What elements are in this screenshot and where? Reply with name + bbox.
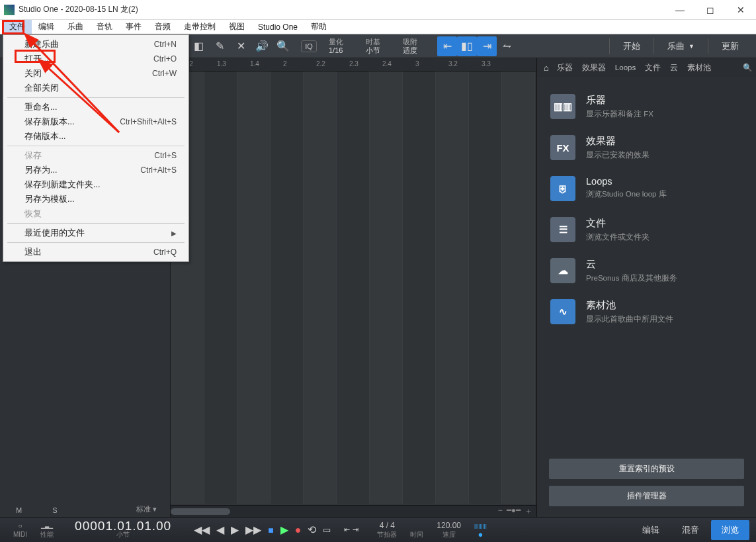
snap-value: 适度 bbox=[403, 46, 417, 55]
file-menu-item[interactable]: 退出Ctrl+Q bbox=[3, 245, 189, 259]
browser-item-title: 乐器 bbox=[586, 94, 653, 107]
timecode-display[interactable]: 00001.01.01.00 bbox=[75, 521, 171, 530]
ruler-tick: 1.3 bbox=[217, 60, 226, 68]
snap-tool-3[interactable]: ⇥ bbox=[477, 36, 497, 56]
update-button[interactable]: 更新 bbox=[714, 36, 747, 56]
ruler-tick: 2.3 bbox=[349, 60, 358, 68]
snap-block[interactable]: 吸附 适度 bbox=[403, 38, 417, 55]
file-menu-item[interactable]: 另存为模板... bbox=[3, 192, 189, 206]
cloud-icon: ☁ bbox=[550, 258, 575, 283]
close-button[interactable]: ✕ bbox=[726, 0, 756, 20]
menu-studioone[interactable]: Studio One bbox=[251, 21, 304, 33]
search-icon[interactable]: 🔍 bbox=[743, 63, 752, 72]
iq-button[interactable]: IQ bbox=[301, 40, 317, 52]
view-mix-button[interactable]: 混音 bbox=[671, 520, 710, 540]
arrange-grid[interactable] bbox=[171, 71, 536, 504]
marker-m[interactable]: M bbox=[16, 506, 22, 514]
menu-transport[interactable]: 走带控制 bbox=[177, 20, 222, 34]
file-menu-item[interactable]: 保存到新建文件夹... bbox=[3, 177, 189, 192]
menu-audio[interactable]: 音频 bbox=[148, 20, 177, 34]
tempo[interactable]: 120.00速度 bbox=[430, 521, 468, 539]
eraser-tool-icon[interactable]: ◧ bbox=[189, 36, 208, 56]
file-menu-item[interactable]: 另存为...Ctrl+Alt+S bbox=[3, 163, 189, 177]
loop-out-icon[interactable]: ⇥ bbox=[353, 525, 358, 534]
time-sig[interactable]: 4 / 4节拍器 bbox=[370, 521, 403, 539]
stop-button[interactable]: ■ bbox=[268, 525, 273, 535]
browser-item[interactable]: ☁云PreSonus 商店及其他服务 bbox=[546, 250, 747, 291]
loop-button[interactable]: ⟲ bbox=[308, 523, 316, 536]
midi-activity: ○MIDI bbox=[7, 521, 34, 539]
timebase-block[interactable]: 时基 小节 bbox=[366, 38, 380, 55]
pencil-tool-icon[interactable]: ✎ bbox=[210, 36, 230, 56]
snap-tool-1[interactable]: ⇤ bbox=[437, 36, 457, 56]
browser-item[interactable]: ▥▥乐器显示乐器和备注 FX bbox=[546, 86, 747, 127]
browser-item[interactable]: ☰文件浏览文件或文件夹 bbox=[546, 209, 747, 250]
autopunch-button[interactable]: ▭ bbox=[323, 525, 331, 535]
snap-tool-2[interactable]: ▮▯ bbox=[457, 36, 477, 56]
menu-edit[interactable]: 编辑 bbox=[32, 20, 61, 34]
menu-bar: 文件 编辑 乐曲 音轨 事件 音频 走带控制 视图 Studio One 帮助 bbox=[0, 20, 756, 34]
reset-index-button[interactable]: 重置索引的预设 bbox=[549, 459, 744, 479]
file-menu-item: 恢复 bbox=[3, 206, 189, 221]
menu-event[interactable]: 事件 bbox=[119, 20, 148, 34]
loop-in-icon[interactable]: ⇤ bbox=[344, 525, 350, 534]
browser-tab-loops[interactable]: Loops bbox=[611, 61, 640, 74]
menu-song[interactable]: 乐曲 bbox=[61, 20, 90, 34]
home-icon[interactable]: ⌂ bbox=[541, 63, 552, 73]
mute-tool-icon[interactable]: ✕ bbox=[231, 36, 251, 56]
file-menu-dropdown: 新建乐曲Ctrl+N打开...Ctrl+O关闭Ctrl+W全部关闭重命名...保… bbox=[3, 34, 189, 262]
record-button[interactable]: ● bbox=[295, 524, 302, 536]
quantize-block[interactable]: 量化 1/16 bbox=[329, 38, 343, 55]
menu-track[interactable]: 音轨 bbox=[90, 20, 119, 34]
next-button[interactable]: ▶ bbox=[231, 523, 239, 536]
file-menu-item[interactable]: 关闭Ctrl+W bbox=[3, 66, 189, 81]
plugin-manager-button[interactable]: 插件管理器 bbox=[549, 486, 744, 506]
browser-item-sub: 显示乐器和备注 FX bbox=[586, 109, 653, 119]
scrollbar-thumb[interactable] bbox=[171, 508, 230, 515]
browser-tab-pool[interactable]: 素材池 bbox=[683, 60, 715, 75]
browser-tab-cloud[interactable]: 云 bbox=[666, 60, 682, 75]
timecode-label: 小节 bbox=[116, 530, 130, 539]
marker-s[interactable]: S bbox=[52, 506, 57, 514]
start-button[interactable]: 开始 bbox=[615, 36, 648, 56]
metronome-toggle[interactable]: |||||||||● bbox=[468, 521, 493, 539]
menu-help[interactable]: 帮助 bbox=[304, 20, 333, 34]
file-menu-item[interactable]: 打开...Ctrl+O bbox=[3, 52, 189, 66]
file-menu-item[interactable]: 重命名... bbox=[3, 100, 189, 114]
menu-view[interactable]: 视图 bbox=[222, 20, 251, 34]
speaker-tool-icon[interactable]: 🔊 bbox=[252, 36, 272, 56]
ffwd-button[interactable]: ▶▶ bbox=[245, 523, 261, 536]
browser-item[interactable]: FX效果器显示已安装的效果 bbox=[546, 127, 747, 168]
maximize-button[interactable]: ◻ bbox=[695, 0, 726, 20]
magnify-tool-icon[interactable]: 🔍 bbox=[273, 36, 293, 56]
play-button[interactable]: ▶ bbox=[280, 523, 288, 536]
view-browse-button[interactable]: 浏览 bbox=[711, 520, 749, 540]
arrange-scrollbar[interactable]: − ━●━ ＋ bbox=[171, 505, 536, 517]
browser-tab-files[interactable]: 文件 bbox=[641, 60, 665, 75]
snap-tool-4[interactable]: ⥊ bbox=[497, 36, 517, 56]
timeline-ruler[interactable]: 1.2 1.3 1.4 2 2.2 2.3 2.4 3 3.2 3.3 bbox=[171, 58, 536, 71]
file-menu-item[interactable]: 最近使用的文件▶ bbox=[3, 226, 189, 240]
rewind-button[interactable]: ◀◀ bbox=[194, 523, 210, 536]
arrange-area[interactable]: 1.2 1.3 1.4 2 2.2 2.3 2.4 3 3.2 3.3 − ━●… bbox=[171, 58, 536, 517]
zoom-out-icon[interactable]: − bbox=[498, 506, 503, 517]
track-std-label[interactable]: 标准 ▾ bbox=[136, 504, 157, 514]
zoom-slider[interactable]: ━●━ bbox=[507, 506, 521, 517]
view-edit-button[interactable]: 编辑 bbox=[632, 520, 670, 540]
performance-meter[interactable]: ▁▃▁性能 bbox=[34, 521, 60, 539]
ruler-tick: 1.4 bbox=[250, 60, 259, 68]
file-menu-item[interactable]: 存储版本... bbox=[3, 129, 189, 144]
zoom-in-icon[interactable]: ＋ bbox=[525, 506, 532, 517]
quantize-value: 1/16 bbox=[329, 46, 343, 55]
menu-file[interactable]: 文件 bbox=[3, 20, 32, 34]
browser-item[interactable]: ∿素材池显示此首歌曲中所用文件 bbox=[546, 291, 747, 332]
browser-tab-instruments[interactable]: 乐器 bbox=[553, 60, 577, 75]
file-menu-item[interactable]: 保存新版本...Ctrl+Shift+Alt+S bbox=[3, 114, 189, 129]
song-dropdown[interactable]: 乐曲▼ bbox=[659, 36, 702, 56]
minimize-button[interactable]: — bbox=[665, 0, 695, 20]
file-menu-item[interactable]: 全部关闭 bbox=[3, 81, 189, 95]
prev-button[interactable]: ◀ bbox=[216, 523, 224, 536]
file-menu-item[interactable]: 新建乐曲Ctrl+N bbox=[3, 37, 189, 52]
browser-tab-effects[interactable]: 效果器 bbox=[578, 60, 610, 75]
browser-item[interactable]: ⛨Loops浏览Studio One loop 库 bbox=[546, 168, 747, 209]
